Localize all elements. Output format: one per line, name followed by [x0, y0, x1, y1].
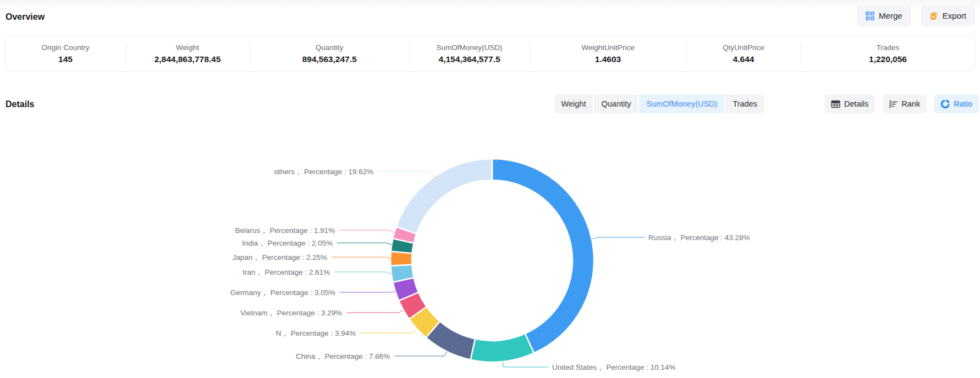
pie-leader-russia [592, 237, 645, 239]
pie-label-germany: Germany， Percentage : 3.05% [230, 288, 335, 297]
pie-label-iran: Iran， Percentage : 2.61% [243, 268, 330, 276]
pie-leader-united-states [503, 362, 549, 367]
pie-label-japan: Japan， Percentage : 2.25% [232, 253, 327, 262]
pie-leader-iran [334, 272, 392, 274]
pie-label-china: China， Percentage : 7.86% [296, 352, 390, 360]
page: Overview Merge [0, 0, 980, 378]
pie-label-vietnam: Vietnam， Percentage : 3.29% [240, 309, 342, 317]
donut-chart: Russia， Percentage : 43.28%United States… [0, 0, 980, 378]
pie-leader-germany [340, 292, 395, 292]
pie-leader-china [394, 352, 447, 356]
pie-label-n: N， Percentage : 3.94% [276, 329, 356, 337]
pie-leader-india [337, 243, 392, 245]
pie-leader-vietnam [346, 310, 404, 313]
pie-leader-n [360, 329, 417, 333]
pie-label-united-states: United States， Percentage : 10.14% [552, 363, 675, 371]
pie-label-india: India， Percentage : 2.05% [242, 239, 333, 247]
pie-slice-others[interactable] [396, 159, 492, 234]
pie-leader-japan [332, 257, 390, 259]
pie-slice-russia[interactable] [492, 159, 594, 353]
pie-label-belarus: Belarus， Percentage : 1.91% [235, 226, 335, 235]
pie-slice-united-states[interactable] [471, 333, 534, 362]
pie-label-russia: Russia， Percentage : 43.28% [648, 234, 750, 242]
pie-leader-belarus [339, 230, 394, 232]
pie-leader-others [378, 171, 433, 177]
pie-label-others: others， Percentage : 19.62% [274, 168, 373, 176]
